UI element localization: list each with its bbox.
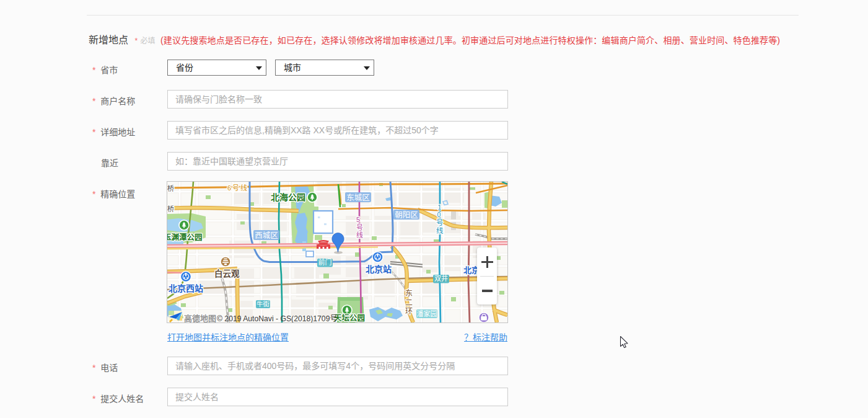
svg-text:玉渊潭公园: 玉渊潭公园: [167, 233, 203, 242]
svg-text:牛街: 牛街: [256, 300, 270, 308]
svg-text:东: 东: [405, 289, 413, 298]
svg-text:0: 0: [437, 211, 441, 218]
svg-text:北海公园: 北海公园: [271, 192, 305, 202]
svg-text:线: 线: [356, 231, 363, 239]
svg-text:北京西站: 北京西站: [169, 283, 203, 293]
svg-text:天坛公园: 天坛公园: [334, 313, 365, 322]
svg-text:5: 5: [356, 216, 360, 223]
svg-text:号: 号: [356, 224, 363, 231]
svg-text:东城区: 东城区: [346, 193, 370, 202]
svg-text:潘家园: 潘家园: [417, 309, 437, 318]
svg-text:二: 二: [405, 298, 413, 307]
svg-text:桥: 桥: [167, 205, 174, 213]
svg-text:北京站: 北京站: [366, 264, 392, 274]
svg-text:西城区: 西城区: [255, 231, 278, 240]
svg-text:6号线: 6号线: [227, 184, 248, 192]
svg-text:朝阳区: 朝阳区: [395, 211, 418, 220]
svg-text:线: 线: [436, 226, 444, 234]
svg-text:高德地图: 高德地图: [184, 314, 216, 323]
svg-text:号: 号: [436, 219, 444, 226]
svg-text:环: 环: [405, 307, 413, 316]
svg-text:前门: 前门: [318, 258, 332, 266]
svg-text:桥: 桥: [167, 185, 174, 192]
svg-text:双井: 双井: [434, 274, 448, 282]
svg-text:© 2019 AutoNavi - GS(2018)1709: © 2019 AutoNavi - GS(2018)1709号: [217, 314, 338, 322]
svg-text:1: 1: [438, 203, 442, 211]
svg-text:白云观: 白云观: [214, 269, 240, 278]
